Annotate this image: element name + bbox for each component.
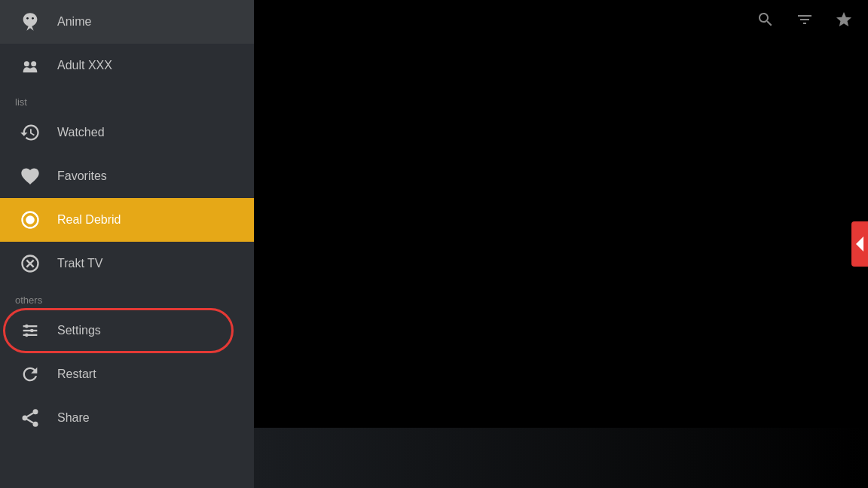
settings-icon <box>15 316 45 346</box>
adult-icon <box>15 50 45 81</box>
sidebar-item-trakt-tv-label: Trakt TV <box>57 257 102 270</box>
heart-icon <box>15 161 45 191</box>
anime-icon <box>15 7 45 37</box>
sidebar-item-trakt-tv[interactable]: Trakt TV <box>0 242 254 285</box>
svg-point-11 <box>25 325 29 328</box>
sidebar-item-anime[interactable]: Anime <box>0 0 254 44</box>
sidebar-item-settings[interactable]: Settings <box>0 309 254 352</box>
section-list-label: list <box>0 87 254 111</box>
svg-point-17 <box>23 416 28 421</box>
sidebar-item-favorites-label: Favorites <box>57 169 107 183</box>
sidebar-item-watched[interactable]: Watched <box>0 111 254 154</box>
svg-point-1 <box>26 17 29 20</box>
sidebar-item-restart[interactable]: Restart <box>0 352 254 396</box>
sidebar: Anime Adult XXX list Watched <box>0 0 254 488</box>
history-icon <box>15 117 45 148</box>
svg-point-15 <box>25 334 29 337</box>
svg-line-19 <box>27 419 33 423</box>
thumbnails-strip <box>254 428 868 488</box>
sidebar-item-share[interactable]: Share <box>0 396 254 440</box>
sidebar-item-real-debrid[interactable]: Real Debrid <box>0 198 254 242</box>
sidebar-item-adult-xxx-label: Adult XXX <box>57 59 112 72</box>
sidebar-item-adult-xxx[interactable]: Adult XXX <box>0 44 254 87</box>
svg-line-20 <box>27 413 33 417</box>
sidebar-item-restart-label: Restart <box>57 368 96 381</box>
search-button[interactable] <box>753 8 778 32</box>
sidebar-item-watched-label: Watched <box>57 126 105 139</box>
svg-point-6 <box>26 215 35 224</box>
svg-point-18 <box>33 422 38 427</box>
sidebar-item-real-debrid-label: Real Debrid <box>57 213 121 227</box>
right-edge-tab[interactable] <box>851 221 868 267</box>
section-others-label: Others <box>0 285 254 309</box>
svg-point-3 <box>24 61 29 66</box>
sidebar-item-settings-label: Settings <box>57 324 101 337</box>
star-button[interactable] <box>832 8 856 32</box>
restart-icon <box>15 359 45 389</box>
svg-point-13 <box>30 329 34 333</box>
svg-point-4 <box>31 61 36 66</box>
debrid-icon <box>15 205 45 235</box>
top-bar <box>741 0 868 39</box>
sidebar-item-favorites[interactable]: Favorites <box>0 154 254 198</box>
share-icon <box>15 403 45 433</box>
main-content <box>254 0 868 488</box>
svg-point-2 <box>32 17 34 20</box>
sidebar-item-anime-label: Anime <box>57 15 91 29</box>
trakt-icon <box>15 249 45 279</box>
filter-button[interactable] <box>793 8 817 32</box>
video-area <box>254 0 868 488</box>
svg-point-16 <box>33 409 38 414</box>
sidebar-item-share-label: Share <box>57 411 90 425</box>
